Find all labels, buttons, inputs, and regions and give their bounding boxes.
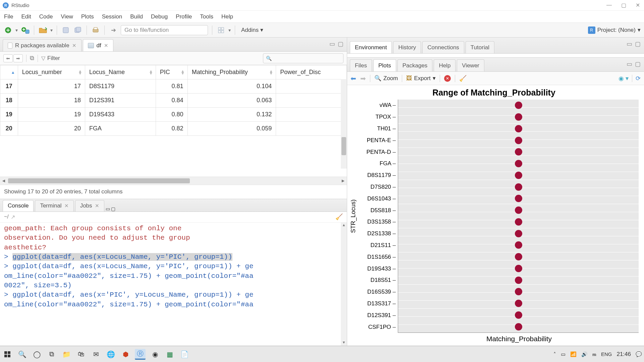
remove-plot-button[interactable]: ✕ bbox=[444, 75, 451, 82]
file-explorer-icon[interactable]: 📁 bbox=[61, 349, 72, 360]
next-plot-button[interactable]: ➡ bbox=[360, 74, 366, 82]
menu-tools[interactable]: Tools bbox=[200, 13, 213, 20]
menu-code[interactable]: Code bbox=[39, 13, 53, 20]
grid-view-button[interactable] bbox=[216, 25, 226, 35]
tab-connections[interactable]: Connections bbox=[422, 41, 464, 53]
menu-file[interactable]: File bbox=[4, 13, 13, 20]
tab-packages[interactable]: Packages bbox=[397, 59, 433, 71]
print-button[interactable] bbox=[91, 25, 100, 35]
vertical-scrollbar[interactable] bbox=[341, 79, 347, 169]
clock[interactable]: 21:46 bbox=[616, 351, 631, 358]
open-recent-caret[interactable]: ▾ bbox=[50, 27, 53, 33]
minimize-pane-icon[interactable]: ▭ bbox=[329, 40, 335, 48]
chrome-icon[interactable]: ◉ bbox=[150, 349, 160, 360]
menu-session[interactable]: Session bbox=[102, 13, 122, 20]
save-button[interactable] bbox=[61, 25, 70, 35]
column-header-matching-probability[interactable]: Matching_Probability▲▼ bbox=[187, 65, 276, 79]
menu-edit[interactable]: Edit bbox=[21, 13, 31, 20]
word-icon[interactable]: 📄 bbox=[179, 349, 190, 360]
filter-button[interactable]: ▽ Filter bbox=[41, 55, 60, 62]
excel-icon[interactable]: ▦ bbox=[164, 349, 175, 360]
column-header-pic[interactable]: PIC▲▼ bbox=[156, 65, 187, 79]
scroll-right-arrow[interactable]: ► bbox=[339, 177, 347, 185]
close-tab-icon[interactable]: ✕ bbox=[72, 43, 76, 49]
rstudio-taskbar-icon[interactable]: Ⓡ bbox=[135, 349, 146, 360]
console-output[interactable]: geom_path: Each group consists of only o… bbox=[0, 223, 347, 346]
maximize-pane-icon[interactable]: ▢ bbox=[635, 40, 641, 48]
horizontal-scrollbar[interactable]: ◄ ► bbox=[0, 177, 347, 185]
export-plot-button[interactable]: 🖼Export ▾ bbox=[406, 75, 435, 82]
task-view-icon[interactable]: ⧉ bbox=[46, 349, 57, 360]
tab-console[interactable]: Console bbox=[3, 200, 34, 212]
close-tab-icon[interactable]: ✕ bbox=[64, 203, 69, 209]
menu-profile[interactable]: Profile bbox=[176, 13, 192, 20]
maximize-pane-icon[interactable]: ▢ bbox=[111, 206, 115, 212]
tray-chevron-icon[interactable]: ˄ bbox=[553, 351, 556, 357]
volume-icon[interactable]: 🔊 bbox=[581, 351, 588, 357]
data-search-input[interactable]: 🔍 bbox=[263, 53, 343, 63]
scroll-down-arrow[interactable]: ▼ bbox=[341, 340, 347, 346]
nav-back-button[interactable]: ⬅ bbox=[3, 54, 13, 62]
column-header-power-of-disc[interactable]: Power_of_Disc bbox=[276, 65, 347, 79]
menu-help[interactable]: Help bbox=[221, 13, 233, 20]
save-all-button[interactable] bbox=[73, 25, 83, 35]
tab-history[interactable]: History bbox=[393, 41, 421, 53]
search-icon[interactable]: 🔍 bbox=[17, 349, 28, 360]
minimize-button[interactable]: — bbox=[605, 2, 613, 8]
row-index-header[interactable]: ▲ bbox=[0, 65, 18, 79]
scrollbar-thumb[interactable] bbox=[8, 178, 190, 183]
maximize-pane-icon[interactable]: ▢ bbox=[338, 40, 343, 48]
zoom-plot-button[interactable]: 🔍Zoom bbox=[374, 75, 398, 82]
tab-files[interactable]: Files bbox=[350, 59, 372, 71]
menu-view[interactable]: View bbox=[61, 13, 73, 20]
mail-icon[interactable]: ✉ bbox=[91, 349, 101, 360]
input-method-icon[interactable]: ᵯ bbox=[592, 351, 596, 357]
refresh-plot-icon[interactable]: ⟳ bbox=[636, 75, 641, 82]
maximize-pane-icon[interactable]: ▢ bbox=[635, 60, 641, 68]
table-row[interactable]: 1717D8S11790.810.104 bbox=[0, 79, 347, 94]
menu-debug[interactable]: Debug bbox=[151, 13, 168, 20]
tab-jobs[interactable]: Jobs ✕ bbox=[75, 200, 104, 212]
scroll-left-arrow[interactable]: ◄ bbox=[0, 177, 7, 185]
wifi-icon[interactable]: 📶 bbox=[570, 351, 577, 357]
column-header-locus-name[interactable]: Locus_Name▲▼ bbox=[85, 65, 156, 79]
notifications-icon[interactable]: 💬 bbox=[636, 351, 642, 357]
store-icon[interactable]: 🛍 bbox=[76, 349, 87, 360]
language-indicator[interactable]: ENG bbox=[601, 351, 612, 357]
scroll-up-arrow[interactable]: ▲ bbox=[341, 223, 347, 229]
nav-forward-button[interactable]: ➡ bbox=[13, 54, 23, 62]
goto-file-function-input[interactable]: Go to file/function bbox=[121, 25, 208, 35]
close-tab-icon[interactable]: ✕ bbox=[104, 43, 108, 49]
tab-r-packages-available[interactable]: R packages available ✕ bbox=[3, 39, 82, 51]
start-button[interactable] bbox=[2, 349, 13, 360]
cortana-icon[interactable]: ◯ bbox=[32, 349, 42, 360]
close-button[interactable]: ✕ bbox=[634, 2, 641, 8]
new-project-button[interactable] bbox=[20, 25, 30, 35]
addins-menu[interactable]: Addins ▾ bbox=[241, 26, 263, 34]
column-header-locus-number[interactable]: Locus_number▲▼ bbox=[18, 65, 85, 79]
tab-df[interactable]: df ✕ bbox=[83, 39, 113, 51]
minimize-pane-icon[interactable]: ▭ bbox=[106, 206, 110, 212]
tab-plots[interactable]: Plots bbox=[373, 59, 396, 71]
popout-window-icon[interactable]: ⧉ bbox=[30, 55, 34, 62]
menu-build[interactable]: Build bbox=[130, 13, 143, 20]
minimize-pane-icon[interactable]: ▭ bbox=[627, 60, 632, 68]
console-scrollbar[interactable]: ▲ ▼ bbox=[341, 223, 347, 346]
clear-console-icon[interactable]: 🧹 bbox=[335, 213, 343, 221]
table-row[interactable]: 2020FGA0.820.059 bbox=[0, 122, 347, 136]
table-row[interactable]: 1818D12S3910.840.063 bbox=[0, 94, 347, 108]
maximize-button[interactable]: ▢ bbox=[620, 2, 628, 8]
office-icon[interactable]: ⬢ bbox=[120, 349, 131, 360]
tab-terminal[interactable]: Terminal ✕ bbox=[35, 200, 73, 212]
tab-environment[interactable]: Environment bbox=[350, 41, 392, 53]
menu-plots[interactable]: Plots bbox=[81, 13, 94, 20]
prev-plot-button[interactable]: ⬅ bbox=[351, 74, 356, 82]
battery-icon[interactable]: ▭ bbox=[561, 351, 566, 357]
new-file-menu-caret[interactable]: ▾ bbox=[15, 27, 18, 33]
minimize-pane-icon[interactable]: ▭ bbox=[627, 40, 632, 48]
tab-viewer[interactable]: Viewer bbox=[457, 59, 484, 71]
open-file-button[interactable] bbox=[38, 25, 48, 35]
tab-tutorial[interactable]: Tutorial bbox=[466, 41, 494, 53]
edge-icon[interactable]: 🌐 bbox=[105, 349, 116, 360]
clear-all-plots-icon[interactable]: 🧹 bbox=[459, 75, 467, 82]
